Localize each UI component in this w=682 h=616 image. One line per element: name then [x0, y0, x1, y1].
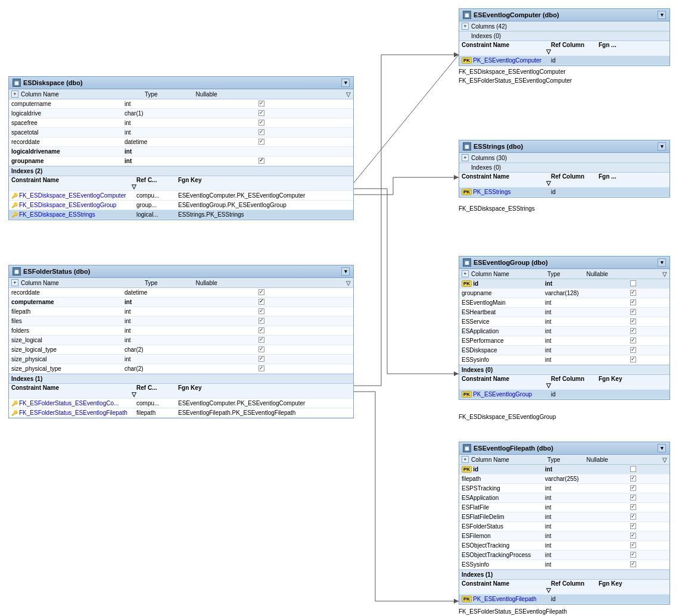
indexes-section-eseventloggroup: Indexes (0)	[459, 365, 669, 375]
checkbox	[630, 299, 636, 305]
constraint-header-eseventlogcomputer: Constraint Name Ref Column Fgn ... ▽	[459, 41, 669, 56]
table-row: ESDiskspace int	[459, 346, 669, 355]
pk-constraint-esstrings: PK PK_ESStrings id	[459, 187, 669, 197]
expand-eseventlogcomputer[interactable]: +	[462, 23, 469, 30]
scroll-btn-esdiskspace[interactable]: ▾	[341, 79, 350, 87]
table-row: groupname varchar(128)	[459, 289, 669, 298]
checkbox	[259, 318, 264, 324]
section-cols-eseventlogcomputer: + Columns (42)	[459, 21, 669, 32]
section-cols-esstrings: + Columns (30)	[459, 153, 669, 163]
svg-marker-17	[454, 599, 459, 604]
section-type-label2: Type	[145, 280, 158, 286]
section-columns-esdiskspace: + Column Name Type Nullable ▽	[9, 89, 353, 99]
table-row: ESPerformance int	[459, 336, 669, 346]
checkbox	[630, 552, 636, 558]
expand-esstrings[interactable]: +	[462, 154, 469, 161]
pk-constraint-eseventloggroup: PK PK_ESEventlogGroup id	[459, 390, 669, 399]
filter-icon4[interactable]: ▽	[546, 180, 551, 186]
constraint-header-esstrings: Constraint Name Ref Column Fgn ... ▽	[459, 173, 669, 187]
fk-icon: 🔑	[11, 410, 18, 416]
filter-icon2[interactable]: ▽	[132, 391, 136, 398]
indexes-section-esfolderstatUS: Indexes (1)	[9, 374, 353, 384]
table-icon-esfolderstatUS: ▦	[13, 267, 21, 276]
checkbox	[630, 337, 636, 343]
expand-columns-esdiskspace[interactable]: +	[11, 90, 18, 98]
expand-eseventloggroup[interactable]: +	[462, 270, 469, 277]
constraint-header-esdiskspace: Constraint Name Ref C... Fgn Key ▽	[9, 176, 353, 191]
scroll-btn-esfolderstatUS[interactable]: ▾	[341, 267, 350, 276]
filter-icon5[interactable]: ▽	[662, 271, 667, 277]
checkbox	[259, 365, 264, 371]
table-row: computername int	[9, 298, 353, 307]
checkbox	[259, 299, 264, 305]
checkbox	[630, 318, 636, 324]
table-row: recorddate datetime	[9, 137, 353, 147]
checkbox	[630, 476, 636, 481]
table-icon-eseventlogcomputer: ▦	[463, 11, 471, 19]
section-cols-eseventloggroup: + Column Name Type Nullable ▽	[459, 269, 669, 279]
checkbox	[630, 280, 636, 286]
table-eseventlogcomputer: ▦ ESEventlogComputer (dbo) ▾ + Columns (…	[459, 8, 670, 66]
table-title-esfolderstatUS: ESFolderStatus (dbo)	[23, 268, 90, 275]
pk-icon: PK	[462, 280, 472, 287]
checkbox	[259, 356, 264, 362]
section-nullable-label2: Nullable	[196, 280, 217, 286]
section-cols-eseventlogfilepath: + Column Name Type Nullable ▽	[459, 455, 669, 465]
scroll-btn-eseventloggroup[interactable]: ▾	[658, 258, 666, 267]
expand-columns-esfolderstatUS[interactable]: +	[11, 279, 18, 286]
table-row: ESPSTracking int	[459, 484, 669, 493]
table-row: ESHeartbeat int	[459, 308, 669, 317]
checkbox	[630, 357, 636, 362]
table-row: ESApplication int	[459, 327, 669, 336]
table-row: spacefree int	[9, 118, 353, 128]
table-row: logicaldrivename int	[9, 147, 353, 157]
constraint-header-esfolderstatUS: Constraint Name Ref C... Fgn Key ▽	[9, 384, 353, 399]
checkbox	[259, 337, 264, 343]
checkbox	[630, 290, 636, 296]
checkbox	[630, 309, 636, 315]
table-title-eseventlogfilepath: ESEventlogFilepath (dbo)	[474, 445, 553, 452]
filter-icon3[interactable]: ▽	[546, 48, 551, 55]
filter-icon8[interactable]: ▽	[546, 587, 551, 593]
table-esfolderstatUS: ▦ ESFolderStatus (dbo) ▾ + Column Name T…	[8, 265, 354, 418]
table-row: groupname int	[9, 157, 353, 166]
filter-icon-esdiskspace[interactable]: ▽	[346, 91, 351, 98]
filter-icon-esfolderstatUS[interactable]: ▽	[346, 280, 351, 286]
fk-icon: 🔑	[11, 193, 18, 199]
pk-constraint-eseventlogcomputer: PK PK_ESEventlogComputer id	[459, 56, 669, 65]
filter-icon7[interactable]: ▽	[662, 456, 667, 463]
svg-marker-1	[454, 52, 459, 57]
table-row: ESFlatFileDelim int	[459, 512, 669, 522]
table-row: ESService int	[459, 317, 669, 327]
pk-icon: PK	[462, 57, 472, 64]
checkbox	[259, 110, 264, 116]
table-icon-eseventlogfilepath: ▦	[463, 444, 471, 452]
filter-icon[interactable]: ▽	[132, 183, 136, 190]
fk-icon: 🔑	[11, 202, 18, 208]
checkbox	[259, 120, 264, 126]
checkbox	[259, 289, 264, 295]
scroll-btn-esstrings[interactable]: ▾	[658, 142, 666, 151]
table-row: logicaldrive char(1)	[9, 109, 353, 118]
checkbox	[630, 561, 636, 567]
constraint-row: 🔑 FK_ESDiskspace_ESEventlogComputer comp…	[9, 191, 353, 201]
table-row: size_physical_type char(2)	[9, 364, 353, 374]
table-row: ESSysinfo int	[459, 355, 669, 365]
scroll-btn-eseventlogfilepath[interactable]: ▾	[658, 444, 666, 452]
table-esdiskspace: ▦ ESDiskspace (dbo) ▾ + Column Name Type…	[8, 76, 354, 220]
table-row: filepath varchar(255)	[459, 474, 669, 484]
section-columns-label: Column Name	[21, 91, 59, 98]
checkbox	[630, 514, 636, 520]
annotation-fk-diskspace-computer: FK_ESDiskspace_ESEventlogComputer	[459, 68, 566, 75]
table-row: ESFolderStatus int	[459, 522, 669, 531]
indexes-section-esdiskspace: Indexes (2)	[9, 166, 353, 176]
checkbox	[259, 346, 264, 352]
checkbox	[630, 523, 636, 529]
expand-eseventlogfilepath[interactable]: +	[462, 456, 469, 463]
table-row: filepath int	[9, 307, 353, 317]
filter-icon6[interactable]: ▽	[546, 382, 551, 389]
constraint-header-eseventlogfilepath: Constraint Name Ref Column Fgn Key ▽	[459, 580, 669, 595]
section-type-label: Type	[145, 91, 158, 98]
indexes-section-eseventlogfilepath: Indexes (1)	[459, 570, 669, 580]
scroll-btn-eseventlogcomputer[interactable]: ▾	[658, 11, 666, 19]
